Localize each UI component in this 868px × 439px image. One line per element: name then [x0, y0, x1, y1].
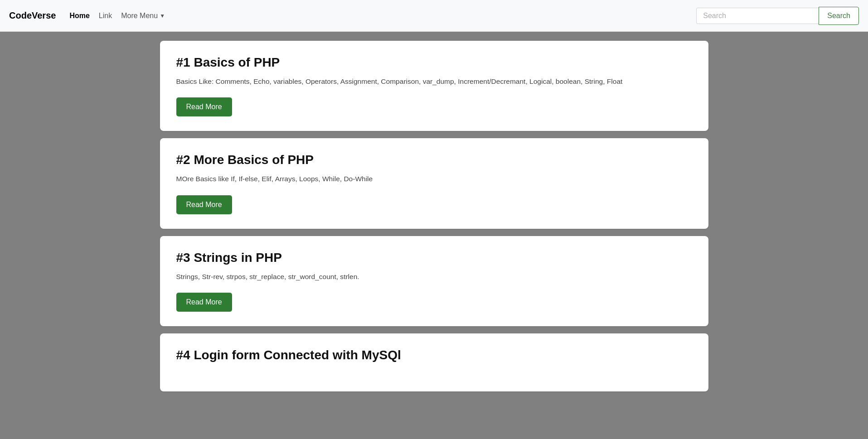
- card-3-read-more-button[interactable]: Read More: [176, 293, 232, 312]
- card-2-read-more-button[interactable]: Read More: [176, 195, 232, 214]
- chevron-down-icon: ▼: [160, 13, 165, 19]
- card-1-description: Basics Like: Comments, Echo, variables, …: [176, 76, 692, 87]
- nav-links: Home Link More Menu ▼: [69, 12, 696, 20]
- card-4: #4 Login form Connected with MySQl: [160, 333, 708, 391]
- nav-dropdown-label: More Menu: [121, 12, 158, 20]
- card-1-title: #1 Basics of PHP: [176, 55, 692, 70]
- card-1: #1 Basics of PHP Basics Like: Comments, …: [160, 41, 708, 131]
- card-3-title: #3 Strings in PHP: [176, 251, 692, 265]
- card-2-title: #2 More Basics of PHP: [176, 153, 692, 167]
- card-3-description: Strings, Str-rev, strpos, str_replace, s…: [176, 271, 692, 282]
- search-button[interactable]: Search: [819, 7, 859, 25]
- nav-dropdown-more-menu[interactable]: More Menu ▼: [121, 12, 165, 20]
- nav-home[interactable]: Home: [69, 12, 89, 20]
- card-1-read-more-button[interactable]: Read More: [176, 97, 232, 116]
- navbar: CodeVerse Home Link More Menu ▼ Search: [0, 0, 868, 32]
- card-2: #2 More Basics of PHP MOre Basics like I…: [160, 138, 708, 228]
- card-4-title: #4 Login form Connected with MySQl: [176, 348, 692, 362]
- search-input[interactable]: [696, 8, 819, 24]
- brand-logo[interactable]: CodeVerse: [9, 10, 56, 21]
- card-3: #3 Strings in PHP Strings, Str-rev, strp…: [160, 236, 708, 326]
- card-2-description: MOre Basics like If, If-else, Elif, Arra…: [176, 174, 692, 184]
- nav-link[interactable]: Link: [99, 12, 112, 20]
- content-area: #1 Basics of PHP Basics Like: Comments, …: [151, 32, 718, 408]
- search-area: Search: [696, 7, 859, 25]
